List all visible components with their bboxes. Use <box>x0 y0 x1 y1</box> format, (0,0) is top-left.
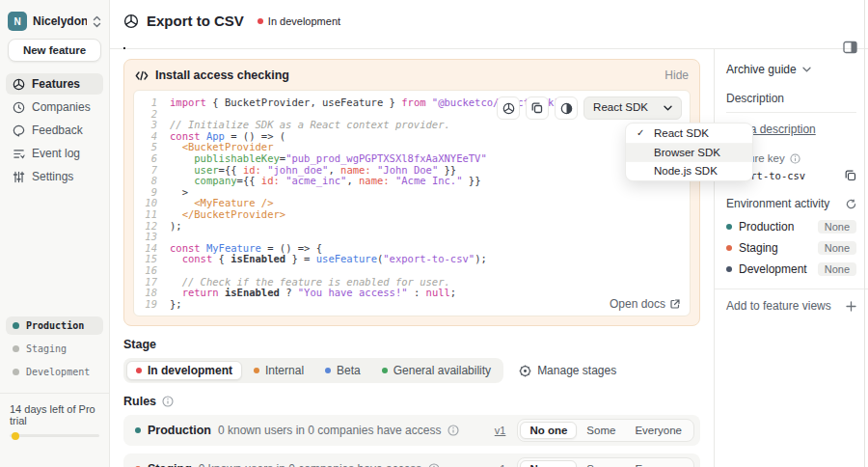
environment-activity-value: None <box>818 220 856 234</box>
workspace-name: Nicelydone <box>33 14 87 28</box>
environment-dot-icon <box>13 369 19 375</box>
code-line: 15 const { isEnabled } = useFeature("exp… <box>134 254 690 265</box>
info-icon <box>790 153 800 164</box>
access-option-some[interactable]: Some <box>577 460 625 467</box>
code-toolbar: React SDK <box>497 96 682 120</box>
environment-label: Staging <box>26 343 67 354</box>
sidebar-divider <box>0 393 109 394</box>
sdk-menu-option[interactable]: ✓ Node.js SDK <box>626 161 752 180</box>
environment-activity-row: Staging None <box>726 241 856 255</box>
copy-icon <box>845 170 856 181</box>
chevron-up-down-icon <box>93 15 101 28</box>
environment-activity-env: Development <box>739 262 807 276</box>
tab[interactable] <box>149 36 150 48</box>
external-link-icon <box>670 299 680 309</box>
sliders-icon <box>13 171 25 183</box>
rule-version-link[interactable]: v1 <box>495 463 506 467</box>
tab[interactable] <box>123 36 125 49</box>
sdk-menu-option[interactable]: ✓ React SDK <box>626 124 752 143</box>
archive-guide-dropdown[interactable]: Archive guide <box>726 63 856 76</box>
environment-option[interactable]: Staging <box>6 340 103 358</box>
status-badge[interactable]: In development <box>258 15 340 27</box>
sdk-menu-option-label: React SDK <box>654 127 709 139</box>
sidebar-nav-label: Settings <box>32 170 73 183</box>
rule-row: Production 0 known users in 0 companies … <box>123 415 700 446</box>
sidebar-spacer <box>0 187 109 316</box>
sidebar-nav-item[interactable]: Companies <box>6 96 103 118</box>
refresh-button[interactable] <box>846 199 856 209</box>
archive-guide-label: Archive guide <box>726 63 797 76</box>
open-docs-link[interactable]: Open docs <box>610 299 680 311</box>
environment-activity-row: Production None <box>726 220 856 234</box>
environment-option[interactable]: Development <box>6 363 103 381</box>
sidebar-nav-item[interactable]: Feedback <box>6 120 103 141</box>
copy-code-button[interactable] <box>526 96 549 120</box>
hide-button[interactable]: Hide <box>665 69 689 82</box>
rule-env-dot-icon <box>135 427 141 433</box>
check-icon: ✓ <box>637 127 647 138</box>
environment-activity-value: None <box>818 241 856 255</box>
rule-summary: Staging 0 known users in 0 companies hav… <box>135 462 495 467</box>
access-option-some[interactable]: Some <box>577 422 625 439</box>
environment-selector: Production Staging Development <box>0 316 109 381</box>
gear-icon <box>519 365 531 377</box>
install-access-header: Install access checking Hide <box>133 67 691 90</box>
code-lines: 1import { BucketProvider, useFeature } f… <box>134 97 690 310</box>
environment-label: Production <box>26 320 84 331</box>
code-line: 8 company={{ id: "acme_inc", name: "Acme… <box>134 176 690 187</box>
copy-feature-key-button[interactable] <box>845 170 856 181</box>
sdk-menu-option-label: Node.js SDK <box>654 165 718 177</box>
workspace-avatar: N <box>8 12 27 31</box>
sidebar-nav-item[interactable]: Settings <box>6 166 103 187</box>
environment-activity-env: Production <box>739 220 794 234</box>
right-panel-divider <box>715 288 868 289</box>
sidebar-nav-item[interactable]: Event log <box>6 143 103 164</box>
sdk-select-button[interactable]: React SDK <box>583 96 682 120</box>
main-content: Install access checking Hide 1import { B… <box>110 49 714 467</box>
sdk-select-value: React SDK <box>593 102 648 114</box>
sdk-menu-option-label: Browser SDK <box>654 147 720 158</box>
tab[interactable] <box>174 36 176 48</box>
manage-stages-label: Manage stages <box>537 364 616 377</box>
stage-option[interactable]: Internal <box>244 361 313 380</box>
clock-icon <box>13 101 25 114</box>
rule-access-segmented-control: No oneSomeEveryone <box>517 419 694 442</box>
stage-option[interactable]: Beta <box>315 361 370 380</box>
stage-section-label: Stage <box>123 338 700 351</box>
environment-activity-name: Staging <box>726 241 778 255</box>
copy-icon <box>531 102 543 114</box>
theme-icon <box>560 102 573 115</box>
trial-countdown-text: 14 days left of Pro trial <box>0 403 109 426</box>
status-label: In development <box>268 15 340 27</box>
environment-activity-env: Staging <box>739 241 778 255</box>
stage-selector: In development Internal Beta General ava… <box>123 358 503 383</box>
stage-row: In development Internal Beta General ava… <box>123 358 700 383</box>
access-option-no-one[interactable]: No one <box>520 422 577 439</box>
content-row: Install access checking Hide 1import { B… <box>110 49 868 467</box>
new-feature-button[interactable]: New feature <box>8 39 101 62</box>
rule-access-text: 0 known users in 0 companies have access <box>218 424 441 437</box>
sdk-menu-option[interactable]: ✓ Browser SDK <box>626 143 752 162</box>
stage-option[interactable]: General availability <box>372 361 501 380</box>
theme-toggle-button[interactable] <box>555 96 578 120</box>
chat-icon <box>13 124 25 137</box>
access-option-everyone[interactable]: Everyone <box>625 422 692 439</box>
bucket-snippet-button[interactable] <box>497 96 520 120</box>
environment-activity-dot-icon <box>726 245 732 251</box>
environment-activity-dot-icon <box>726 224 732 230</box>
sidebar-nav-item[interactable]: Features <box>6 73 103 95</box>
rule-access-text: 0 known users in 0 companies have access <box>199 462 421 467</box>
workspace-switcher[interactable]: N Nicelydone <box>8 12 101 31</box>
code-snippet: 1import { BucketProvider, useFeature } f… <box>133 90 691 316</box>
add-to-feature-views-button[interactable]: Add to feature views <box>726 299 856 313</box>
access-option-everyone[interactable]: Everyone <box>625 460 692 467</box>
stage-option[interactable]: In development <box>126 361 242 380</box>
access-option-no-one[interactable]: No one <box>520 460 577 467</box>
window-right-edge <box>864 0 865 467</box>
environment-option[interactable]: Production <box>6 316 103 335</box>
tab[interactable] <box>224 36 226 48</box>
manage-stages-button[interactable]: Manage stages <box>519 364 616 377</box>
rule-version-link[interactable]: v1 <box>495 425 506 436</box>
tab[interactable] <box>199 36 201 48</box>
rules-section-label: Rules <box>123 395 700 408</box>
